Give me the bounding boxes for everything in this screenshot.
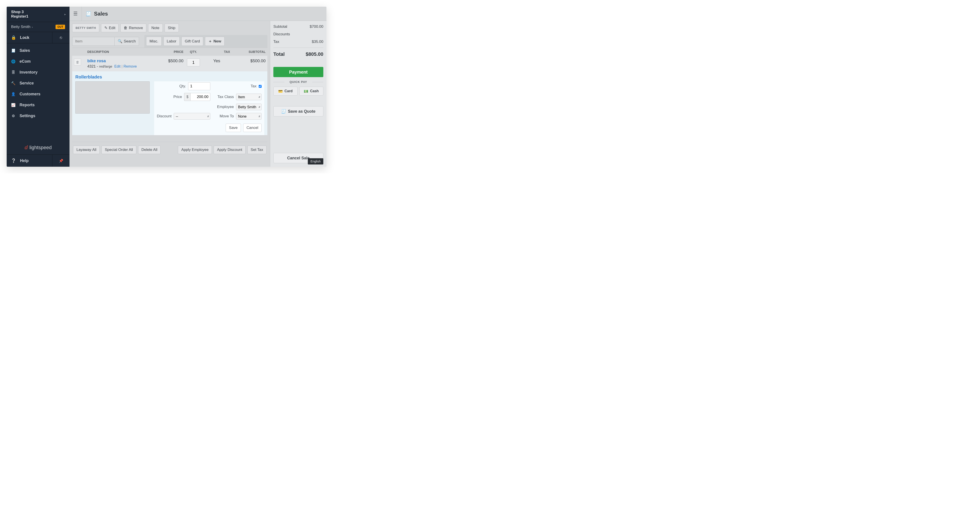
edit-customer-button[interactable]: ✎Edit [101, 24, 119, 32]
help-label: Help [20, 158, 29, 163]
tax-checkbox[interactable] [259, 85, 262, 88]
edit-line-link[interactable]: Edit [115, 64, 121, 68]
delete-line-button[interactable]: 🗑 [74, 59, 81, 65]
col-qty: QTY. [183, 50, 204, 54]
sidebar-label: Service [19, 81, 34, 86]
ship-button[interactable]: Ship [165, 24, 179, 32]
qty-input[interactable] [188, 82, 210, 90]
quickpay-cash-button[interactable]: 💵Cash [299, 87, 323, 96]
discount-label: Discount [157, 114, 172, 118]
caret-down-icon: ▾ [32, 26, 33, 29]
sidebar-item-inventory[interactable]: 🗄Inventory [7, 67, 70, 78]
lines-header: DESCRIPTION PRICE QTY. TAX SUBTOTAL [72, 48, 267, 56]
clockout-badge[interactable]: OUT [56, 25, 65, 29]
sales-icon: 🧾 [86, 11, 91, 16]
help-button[interactable]: ❔Help [7, 155, 52, 167]
plus-icon: ＋ [208, 39, 212, 44]
taxclass-select[interactable]: Item [236, 94, 262, 100]
gear-icon: ⚙ [11, 114, 16, 118]
label: Total [274, 51, 285, 57]
label: Discounts [274, 32, 290, 37]
signout-button[interactable]: ⎋ [52, 32, 70, 43]
item-search-input[interactable] [72, 37, 115, 46]
label: Tax [274, 40, 279, 44]
field-employee: Employee Betty Smith [217, 104, 262, 110]
field-moveto: Move To None [217, 113, 262, 120]
employee-label: Employee [217, 105, 234, 109]
user-name: Betty Smith [11, 25, 30, 29]
item-name-link[interactable]: bike rosa [87, 59, 154, 63]
new-item-button[interactable]: ＋New [205, 37, 224, 46]
delete-all-button[interactable]: Delete All [138, 145, 161, 154]
line-edit-actions: Save Cancel [157, 124, 262, 132]
apply-discount-button[interactable]: Apply Discount [214, 145, 245, 154]
sidebar-item-customers[interactable]: 👤Customers [7, 89, 70, 100]
sidebar-item-sales[interactable]: 🧾Sales [7, 45, 70, 56]
lock-label: Lock [20, 35, 29, 40]
moveto-label: Move To [220, 114, 234, 118]
save-as-quote-button[interactable]: 🧾Save as Quote [274, 106, 323, 116]
discount-select[interactable]: -- [173, 113, 210, 120]
item-sku: 4321 [87, 64, 96, 69]
quote-icon: 🧾 [281, 109, 286, 114]
payment-button[interactable]: Payment [274, 67, 323, 77]
brand-logo: ⅆ lightspeed [7, 141, 70, 155]
sidebar-label: Reports [19, 103, 35, 107]
main-area: ☰ 🧾 Sales BETTY SMITH ✎Edit 🗑Remove Note… [70, 7, 326, 167]
menu-icon: ☰ [73, 11, 78, 17]
apply-employee-button[interactable]: Apply Employee [178, 145, 212, 154]
sidebar-item-ecom[interactable]: 🌐eCom [7, 56, 70, 67]
btn-label: Search [124, 39, 136, 43]
user-row[interactable]: Betty Smith▾ OUT [7, 22, 70, 32]
price-input[interactable] [190, 93, 210, 101]
labor-button[interactable]: Labor [164, 37, 180, 46]
customer-button[interactable]: BETTY SMITH [72, 24, 99, 32]
summary-discounts: Discounts [274, 32, 323, 37]
employee-select[interactable]: Betty Smith [236, 104, 262, 110]
moveto-select[interactable]: None [236, 113, 262, 120]
search-button[interactable]: 🔍Search [115, 37, 139, 46]
line-item: 🗑 bike rosa 4321 - red/large Edit | Remo… [72, 56, 267, 71]
pin-button[interactable]: 📌 [52, 155, 70, 167]
hamburger-button[interactable]: ☰ [70, 7, 81, 21]
sidebar-label: Inventory [19, 70, 38, 75]
sidebar-item-reports[interactable]: 📈Reports [7, 100, 70, 110]
chevron-right-icon: ▸ [64, 13, 66, 16]
language-badge[interactable]: English [308, 158, 323, 164]
remove-customer-button[interactable]: 🗑Remove [120, 24, 146, 32]
divider [274, 48, 323, 48]
giftcard-button[interactable]: Gift Card [181, 37, 203, 46]
sidebar-item-service[interactable]: 🔨Service [7, 78, 70, 89]
remove-line-link[interactable]: Remove [124, 64, 137, 68]
sidebar-item-settings[interactable]: ⚙Settings [7, 110, 70, 121]
item-variant: red/large [99, 64, 112, 68]
value: $805.00 [305, 51, 323, 57]
summary-total: Total$805.00 [274, 51, 323, 57]
register-icon: 🧾 [11, 48, 16, 53]
sidebar-label: eCom [19, 59, 31, 64]
save-line-button[interactable]: Save [226, 124, 241, 132]
line-qty-input[interactable] [187, 59, 200, 67]
col-description: DESCRIPTION [87, 50, 154, 54]
quickpay-card-button[interactable]: 💳Card [274, 87, 298, 96]
cancel-line-button[interactable]: Cancel [243, 124, 262, 132]
sale-area: BETTY SMITH ✎Edit 🗑Remove Note Ship 🔍Sea… [70, 21, 270, 167]
item-name-link[interactable]: Rollerblades [75, 75, 264, 80]
page-title: 🧾 Sales [82, 11, 112, 17]
set-tax-button[interactable]: Set Tax [247, 145, 266, 154]
shop-switcher[interactable]: Shop 3 Register1 ▸ [7, 7, 70, 22]
field-tax: Tax [217, 82, 262, 90]
misc-button[interactable]: Misc. [146, 37, 162, 46]
special-order-all-button[interactable]: Special Order All [102, 145, 136, 154]
lock-button[interactable]: 🔒 Lock [7, 32, 52, 43]
line-tax: Yes [204, 59, 230, 63]
help-icon: ❔ [11, 158, 16, 163]
sidebar-label: Settings [19, 113, 35, 118]
btn-label: Edit [109, 26, 115, 30]
field-qty: Qty. [157, 82, 210, 90]
layaway-all-button[interactable]: Layaway All [73, 145, 100, 154]
line-note-textarea[interactable] [75, 81, 150, 113]
value: $35.00 [312, 40, 323, 44]
box-icon: 🗄 [11, 70, 16, 75]
note-button[interactable]: Note [148, 24, 163, 32]
